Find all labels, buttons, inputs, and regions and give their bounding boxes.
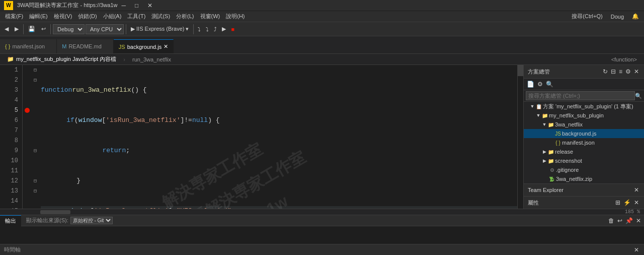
iis-express-button[interactable]: ▶ IIS Express (Brave) ▾ xyxy=(128,24,191,34)
continue-button[interactable]: ▶ xyxy=(220,25,228,33)
tab-label-active: background.js xyxy=(127,44,162,50)
sol-tb-2[interactable]: ⚙ xyxy=(536,80,544,89)
coll-1[interactable]: ⊟ xyxy=(32,65,39,75)
menu-window[interactable]: 視窗(W) xyxy=(197,12,223,21)
code-editor-content[interactable]: function run_3wa_netflix() { if (window[… xyxy=(39,65,517,209)
menu-debug[interactable]: 偵錯(D) xyxy=(75,12,100,21)
output-wrap-btn[interactable]: ↩ xyxy=(616,216,623,225)
coll-9[interactable]: ⊟ xyxy=(32,146,39,156)
props-sort-btn[interactable]: ⊞ xyxy=(614,198,621,207)
menu-file[interactable]: 檔案(F) xyxy=(2,12,26,21)
solution-tree[interactable]: ▼ 📋 方案 'my_netflix_sub_plugin' (1 專案) ▼ … xyxy=(524,102,644,183)
release-folder-icon: 📁 xyxy=(547,148,555,156)
tree-screenshot-folder[interactable]: ▶ 📁 screenshot xyxy=(524,156,644,165)
line-num-8: 8 xyxy=(0,136,18,146)
tab-label: README.md xyxy=(68,43,101,49)
timeline-header: 時間軸 ✕ xyxy=(0,244,644,255)
tree-zip[interactable]: 🗜 3wa_netflix.zip xyxy=(524,174,644,183)
output-source-select[interactable]: 原始程控 - Git xyxy=(70,217,113,224)
properties-header[interactable]: 屬性 ⊞ ⚡ ✕ xyxy=(524,196,644,209)
minimize-button[interactable]: ─ xyxy=(117,1,130,10)
props-close-btn[interactable]: ✕ xyxy=(633,198,640,207)
tab-background-js[interactable]: JS background.js ✕ xyxy=(114,39,174,53)
horizontal-scrollbar-thumb[interactable] xyxy=(40,210,70,214)
toolbar-back[interactable]: ◀ xyxy=(2,24,11,34)
sol-sync-btn[interactable]: ↻ xyxy=(602,67,609,76)
line-num-5: 5 xyxy=(0,105,18,115)
screenshot-folder-icon: 📁 xyxy=(547,157,555,165)
coll-7 xyxy=(32,125,39,136)
file-breadcrumb[interactable]: 📁 my_netflix_sub_plugin JavaScript 內容檔 xyxy=(2,54,121,65)
toolbar-forward[interactable]: ▶ xyxy=(12,24,21,34)
line-num-10: 10 xyxy=(0,156,18,166)
output-clear-btn[interactable]: 🗑 xyxy=(607,216,615,225)
coll-2[interactable]: ⊟ xyxy=(32,75,39,85)
sol-filter-btn[interactable]: ≡ xyxy=(618,67,623,76)
tree-manifest-json[interactable]: { } manifest.json xyxy=(524,138,644,147)
menu-view[interactable]: 檢視(V) xyxy=(51,12,75,21)
sol-tb-1[interactable]: 📄 xyxy=(526,80,535,89)
output-tab-source[interactable]: 顯示輸出來源(S): 原始程控 - Git xyxy=(21,215,118,226)
menu-right-area: 搜尋(Ctrl+Q) Doug 🔔 xyxy=(569,12,642,21)
bp-10 xyxy=(23,156,32,166)
te-close-btn[interactable]: ✕ xyxy=(633,185,640,195)
output-close-btn[interactable]: ✕ xyxy=(635,216,642,225)
tab-readme-md[interactable]: M README.md ✕ xyxy=(57,39,114,53)
collapse-gutter: ⊟ ⊟ ⊟ ⊟ ⊟ ⊟ ⊟ xyxy=(32,65,39,209)
bp-3 xyxy=(23,85,32,95)
output-tab-output[interactable]: 輸出 xyxy=(0,215,21,226)
function-breadcrumb[interactable]: run_3wa_netflix xyxy=(127,54,176,65)
bp-12 xyxy=(23,176,32,186)
search-quicklaunch[interactable]: 搜尋(Ctrl+Q) xyxy=(569,12,605,21)
search-magnifier-icon: 🔍 xyxy=(635,93,642,99)
solution-search-input[interactable] xyxy=(526,91,635,100)
menu-tools[interactable]: 工具(T) xyxy=(124,12,148,21)
sol-close-btn[interactable]: ✕ xyxy=(633,67,640,76)
coll-14 xyxy=(32,196,39,206)
tab-manifest-json[interactable]: { } manifest.json ✕ xyxy=(0,39,57,53)
step-out-button[interactable]: ⤴ xyxy=(212,25,219,33)
manifest-json-icon: { } xyxy=(554,139,562,147)
menu-help[interactable]: 說明(H) xyxy=(223,12,248,21)
coll-12[interactable]: ⊟ xyxy=(32,176,39,186)
stop-button[interactable]: ■ xyxy=(229,25,236,33)
sol-collapse-btn[interactable]: ⊟ xyxy=(610,67,617,76)
sol-settings-btn[interactable]: ⚙ xyxy=(624,67,632,76)
tree-background-js[interactable]: JS background.js xyxy=(524,129,644,138)
step-over-button[interactable]: ⤵ xyxy=(196,25,203,33)
tl-close-btn[interactable]: ✕ xyxy=(633,245,640,254)
bp-5 xyxy=(23,105,32,115)
tree-project[interactable]: ▼ 📁 my_netflix_sub_plugin xyxy=(524,111,644,120)
menu-edit[interactable]: 編輯(E) xyxy=(26,12,51,21)
tab-close-background[interactable]: ✕ xyxy=(164,43,168,50)
toolbar-undo[interactable]: ↩ xyxy=(39,24,48,34)
notification-icon[interactable]: 🔔 xyxy=(629,12,642,21)
function-tag-breadcrumb[interactable]: <function> xyxy=(606,54,642,65)
sol-tb-3[interactable]: 🔍 xyxy=(545,80,554,89)
tree-solution-root[interactable]: ▼ 📋 方案 'my_netflix_sub_plugin' (1 專案) xyxy=(524,102,644,111)
vertical-scrollbar[interactable] xyxy=(517,65,523,209)
menu-test[interactable]: 測試(S) xyxy=(148,12,173,21)
bp-13 xyxy=(23,186,32,196)
3wa-folder-icon: 📁 xyxy=(547,120,555,129)
tree-gitignore[interactable]: ⚙ .gitignore xyxy=(524,165,644,174)
function-crumb-label: run_3wa_netflix xyxy=(132,56,171,62)
close-button[interactable]: ✕ xyxy=(143,1,156,10)
output-pin-btn[interactable]: 📌 xyxy=(624,216,634,225)
maximize-button[interactable]: □ xyxy=(131,1,142,10)
code-editor[interactable]: 1 2 3 4 5 6 7 8 9 10 11 12 13 14 15 16 1… xyxy=(0,65,523,209)
debug-config-select[interactable]: Debug xyxy=(53,24,85,34)
coll-13[interactable]: ⊟ xyxy=(32,186,39,196)
menu-team[interactable]: 小組(A) xyxy=(100,12,125,21)
menu-analyze[interactable]: 分析(L) xyxy=(173,12,197,21)
tree-3wa-folder[interactable]: ▼ 📁 3wa_netflix xyxy=(524,120,644,129)
gitignore-icon: ⚙ xyxy=(548,166,556,174)
toolbar-save-all[interactable]: 💾 xyxy=(26,24,38,34)
props-filter-btn[interactable]: ⚡ xyxy=(622,198,632,207)
scrollbar-thumb[interactable] xyxy=(518,65,523,76)
platform-select[interactable]: Any CPU xyxy=(86,24,124,34)
tree-release-folder[interactable]: ▶ 📁 release xyxy=(524,147,644,156)
step-into-button[interactable]: ⤵ xyxy=(204,25,211,33)
project-folder-icon: 📁 xyxy=(541,111,549,119)
team-explorer-header[interactable]: Team Explorer ✕ xyxy=(524,183,644,196)
